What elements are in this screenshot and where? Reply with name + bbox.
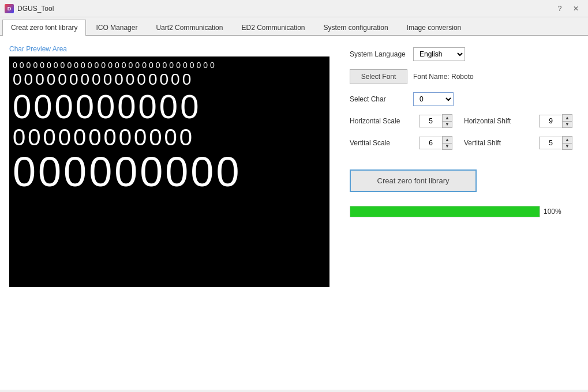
char-preview-label: Char Preview Area <box>9 45 338 53</box>
vertital-scale-spinbox: ▲ ▼ <box>419 136 452 150</box>
progress-bar-fill <box>350 206 540 217</box>
vertital-shift-spinbox: ▲ ▼ <box>539 136 572 150</box>
horizontal-scale-up-btn[interactable]: ▲ <box>443 115 452 121</box>
vertital-scale-down-btn[interactable]: ▼ <box>443 143 452 149</box>
select-font-row: Select Font Font Name: Roboto <box>350 69 579 84</box>
preview-row-4: 0 0 0 0 0 0 0 0 0 0 0 0 <box>13 126 326 149</box>
progress-section: 100% <box>350 206 579 217</box>
preview-char: 0 <box>13 61 17 69</box>
tabs-bar: Creat zero font library ICO Manager Uart… <box>0 17 588 36</box>
char-preview-canvas: 0 0 0 0 0 0 0 0 0 0 0 0 0 0 0 0 0 0 0 0 <box>9 56 329 287</box>
select-char-row: Select Char 0 1 2 3 4 5 6 7 8 9 <box>350 92 579 106</box>
horizontal-scale-label: Horizontal Scale <box>350 117 407 125</box>
preview-row-2: 0 0 0 0 0 0 0 0 0 0 0 0 0 0 0 0 <box>13 71 326 88</box>
system-language-label: System Language <box>350 50 407 58</box>
horizontal-shift-input[interactable] <box>539 115 562 127</box>
tab-ed2-communication[interactable]: ED2 Communication <box>233 20 313 35</box>
progress-label: 100% <box>544 208 561 216</box>
horizontal-scale-down-btn[interactable]: ▼ <box>443 121 452 127</box>
create-btn-wrapper: Creat zero font library <box>350 164 579 192</box>
vertital-scale-label: Vertital Scale <box>350 139 407 147</box>
left-panel: Char Preview Area 0 0 0 0 0 0 0 0 0 0 0 … <box>9 45 338 380</box>
progress-row: 100% <box>350 206 579 217</box>
horizontal-shift-down-btn[interactable]: ▼ <box>563 121 572 127</box>
select-char-dropdown[interactable]: 0 1 2 3 4 5 6 7 8 9 <box>413 92 454 106</box>
vertital-shift-up-btn[interactable]: ▲ <box>563 137 572 143</box>
title-bar: D DGUS_Tool ? ✕ <box>0 0 588 17</box>
system-language-row: System Language English Chinese French G… <box>350 47 579 61</box>
help-button[interactable]: ? <box>552 3 567 14</box>
horizontal-shift-spinbox-btns: ▲ ▼ <box>562 114 572 128</box>
tab-uart2-communication[interactable]: Uart2 Communication <box>147 20 231 35</box>
tab-image-conversion[interactable]: Image conversion <box>398 20 470 35</box>
app-icon: D <box>5 4 14 13</box>
horizontal-scale-row: Horizontal Scale ▲ ▼ Horizontal Shift ▲ … <box>350 114 579 128</box>
preview-row-1: 0 0 0 0 0 0 0 0 0 0 0 0 0 0 0 0 0 0 0 0 <box>13 61 326 69</box>
vertital-scale-input[interactable] <box>419 137 442 149</box>
preview-row-5: 0 0 0 0 0 0 0 0 0 <box>13 151 326 193</box>
horizontal-shift-spinbox: ▲ ▼ <box>539 114 572 128</box>
horizontal-scale-input[interactable] <box>419 115 442 127</box>
system-language-select[interactable]: English Chinese French German <box>413 47 465 61</box>
tab-ico-manager[interactable]: ICO Manager <box>87 20 146 35</box>
vertital-scale-spinbox-btns: ▲ ▼ <box>442 136 452 150</box>
content-area: Char Preview Area 0 0 0 0 0 0 0 0 0 0 0 … <box>0 36 588 390</box>
select-font-button[interactable]: Select Font <box>350 69 407 84</box>
horizontal-scale-spinbox-btns: ▲ ▼ <box>442 114 452 128</box>
title-bar-left: D DGUS_Tool <box>5 4 54 13</box>
vertital-scale-up-btn[interactable]: ▲ <box>443 137 452 143</box>
preview-row-3: 0 0 0 0 0 0 0 0 0 <box>13 90 326 123</box>
vertital-shift-down-btn[interactable]: ▼ <box>563 143 572 149</box>
vertical-scale-row: Vertital Scale ▲ ▼ Vertital Shift ▲ ▼ <box>350 136 579 150</box>
title-bar-controls: ? ✕ <box>552 3 583 14</box>
close-button[interactable]: ✕ <box>568 3 583 14</box>
vertital-shift-spinbox-btns: ▲ ▼ <box>562 136 572 150</box>
horizontal-shift-label: Horizontal Shift <box>464 117 527 125</box>
app-title: DGUS_Tool <box>17 5 54 13</box>
horizontal-shift-up-btn[interactable]: ▲ <box>563 115 572 121</box>
tab-system-configuration[interactable]: System configuration <box>315 20 397 35</box>
font-name-display: Font Name: Roboto <box>413 73 474 81</box>
vertital-shift-input[interactable] <box>539 137 562 149</box>
progress-bar-container <box>350 206 540 217</box>
vertital-shift-label: Vertital Shift <box>464 139 527 147</box>
create-zero-font-button[interactable]: Creat zero font library <box>350 169 477 192</box>
right-panel: System Language English Chinese French G… <box>350 45 579 380</box>
horizontal-scale-spinbox: ▲ ▼ <box>419 114 452 128</box>
tab-creat-zero-font[interactable]: Creat zero font library <box>2 20 86 36</box>
select-char-label: Select Char <box>350 95 407 103</box>
